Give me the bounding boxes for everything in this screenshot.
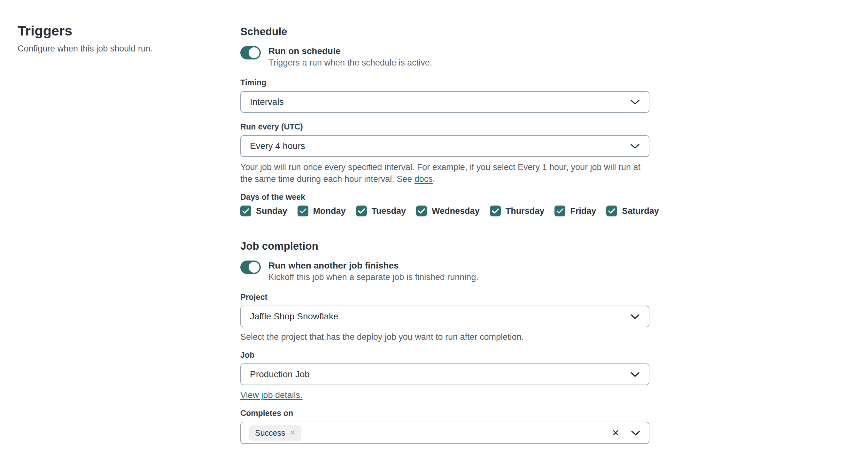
job-select[interactable]: Production Job <box>240 364 649 385</box>
day-label: Tuesday <box>372 206 406 216</box>
timing-select-value: Intervals <box>250 97 284 107</box>
chevron-down-icon[interactable] <box>631 430 641 436</box>
day-checkbox-wednesday[interactable]: Wednesday <box>416 206 480 216</box>
docs-link[interactable]: docs <box>414 174 433 184</box>
project-label: Project <box>240 292 649 302</box>
day-checkbox-saturday[interactable]: Saturday <box>606 206 659 216</box>
job-label: Job <box>240 350 649 360</box>
help-text-suffix: . <box>433 174 435 184</box>
day-label: Monday <box>313 206 346 216</box>
run-when-job-finishes-text: Run when another job finishes Kickoff th… <box>269 260 478 283</box>
run-every-select-value: Every 4 hours <box>250 141 305 151</box>
run-every-select[interactable]: Every 4 hours <box>240 135 649 157</box>
run-on-schedule-row: Run on schedule Triggers a run when the … <box>240 45 649 69</box>
checkbox-checked-icon <box>298 206 308 216</box>
checkbox-checked-icon <box>606 206 617 216</box>
completes-on-multiselect[interactable]: Success ✕ ✕ <box>240 422 649 444</box>
day-checkbox-tuesday[interactable]: Tuesday <box>356 206 406 216</box>
run-on-schedule-toggle[interactable] <box>240 46 261 59</box>
completes-on-label: Completes on <box>240 408 649 418</box>
days-of-week-row: Sunday Monday Tuesday Wednesday Thursday… <box>240 206 649 216</box>
view-job-details-link[interactable]: View job details. <box>240 390 303 400</box>
checkbox-checked-icon <box>240 206 251 216</box>
triggers-settings-page: Triggers Configure when this job should … <box>0 0 868 468</box>
days-of-week-label: Days of the week <box>240 192 649 202</box>
project-select[interactable]: Jaffle Shop Snowflake <box>240 306 649 327</box>
checkbox-checked-icon <box>490 206 501 216</box>
day-label: Sunday <box>256 206 287 216</box>
toggle-description: Kickoff this job when a separate job is … <box>269 272 478 283</box>
page-subtitle: Configure when this job should run. <box>18 44 222 54</box>
checkbox-checked-icon <box>555 206 565 216</box>
multiselect-controls: ✕ <box>612 428 641 438</box>
day-checkbox-sunday[interactable]: Sunday <box>240 206 287 216</box>
help-text: Your job will run once every specified i… <box>240 162 641 184</box>
checkbox-checked-icon <box>356 206 367 216</box>
timing-select[interactable]: Intervals <box>240 91 649 113</box>
chevron-down-icon <box>630 371 640 377</box>
day-checkbox-friday[interactable]: Friday <box>555 206 596 216</box>
view-job-details-row: View job details. <box>240 390 649 401</box>
day-label: Wednesday <box>432 206 480 216</box>
section-intro: Triggers Configure when this job should … <box>18 23 222 54</box>
run-every-label: Run every (UTC) <box>240 122 649 131</box>
chevron-down-icon <box>630 143 640 149</box>
triggers-form: Schedule Run on schedule Triggers a run … <box>240 26 649 444</box>
toggle-knob-icon <box>249 262 259 273</box>
timing-label: Timing <box>240 78 649 87</box>
toggle-label: Run when another job finishes <box>269 260 478 272</box>
run-when-job-finishes-toggle[interactable] <box>240 260 261 274</box>
completes-on-chip-success: Success ✕ <box>249 425 301 441</box>
day-label: Friday <box>570 206 596 216</box>
run-every-help-text: Your job will run once every specified i… <box>240 161 644 185</box>
project-help-text: Select the project that has the deploy j… <box>240 331 644 343</box>
clear-all-icon[interactable]: ✕ <box>612 428 619 438</box>
run-when-job-finishes-row: Run when another job finishes Kickoff th… <box>240 260 649 283</box>
chevron-down-icon <box>630 314 640 319</box>
day-checkbox-thursday[interactable]: Thursday <box>490 206 545 216</box>
run-on-schedule-text: Run on schedule Triggers a run when the … <box>269 45 432 69</box>
project-select-value: Jaffle Shop Snowflake <box>250 311 338 321</box>
toggle-knob-icon <box>249 47 259 58</box>
chip-remove-icon[interactable]: ✕ <box>289 429 295 437</box>
checkbox-checked-icon <box>416 206 427 216</box>
job-select-value: Production Job <box>250 369 310 379</box>
page-title: Triggers <box>18 23 222 39</box>
chevron-down-icon <box>630 99 640 105</box>
toggle-description: Triggers a run when the schedule is acti… <box>269 57 432 69</box>
day-label: Thursday <box>505 206 545 216</box>
day-checkbox-monday[interactable]: Monday <box>298 206 346 216</box>
schedule-heading: Schedule <box>240 26 649 38</box>
job-completion-heading: Job completion <box>240 240 649 252</box>
day-label: Saturday <box>622 206 659 216</box>
toggle-label: Run on schedule <box>269 45 432 57</box>
chip-label: Success <box>255 428 285 438</box>
